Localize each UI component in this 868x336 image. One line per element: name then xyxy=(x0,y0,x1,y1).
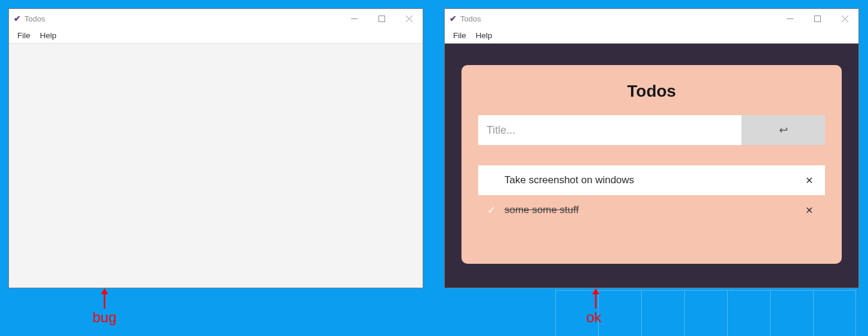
app-window-bug: ✔ Todos File Help xyxy=(8,8,423,288)
close-button[interactable] xyxy=(831,9,858,28)
svg-marker-11 xyxy=(592,288,599,294)
client-area-blank xyxy=(9,44,423,288)
svg-rect-5 xyxy=(814,16,820,21)
minimize-button[interactable] xyxy=(340,9,368,28)
maximize-button[interactable] xyxy=(804,9,831,28)
todo-list: Take screenshot on windows ✕ ✓ some some… xyxy=(478,165,825,225)
app-icon: ✔ xyxy=(450,14,457,23)
todo-text: Take screenshot on windows xyxy=(504,174,802,186)
card-heading: Todos xyxy=(478,82,825,101)
window-title: Todos xyxy=(24,14,45,23)
add-todo-row: ↩ xyxy=(478,115,825,145)
titlebar[interactable]: ✔ Todos xyxy=(445,9,858,28)
title-input[interactable] xyxy=(478,115,741,145)
menubar: File Help xyxy=(445,28,858,44)
arrow-icon xyxy=(590,288,602,310)
titlebar[interactable]: ✔ Todos xyxy=(9,9,423,28)
app-window-ok: ✔ Todos File Help Todos ↩ xyxy=(444,8,859,288)
enter-icon: ↩ xyxy=(779,124,788,137)
maximize-button[interactable] xyxy=(368,9,395,28)
svg-rect-1 xyxy=(378,16,384,21)
menu-file[interactable]: File xyxy=(448,31,471,40)
delete-button[interactable]: ✕ xyxy=(802,205,817,216)
todo-text: some some stuff xyxy=(504,204,802,216)
taskbar-region xyxy=(555,290,866,336)
todo-item[interactable]: Take screenshot on windows ✕ xyxy=(478,165,825,195)
menu-file[interactable]: File xyxy=(13,31,35,40)
todo-item[interactable]: ✓ some some stuff ✕ xyxy=(478,195,825,225)
close-button[interactable] xyxy=(395,9,423,28)
minimize-button[interactable] xyxy=(776,9,804,28)
todos-card: Todos ↩ Take screenshot on windows ✕ ✓ s… xyxy=(461,65,842,264)
check-icon[interactable]: ✓ xyxy=(484,204,498,217)
add-button[interactable]: ↩ xyxy=(741,115,825,145)
menu-help[interactable]: Help xyxy=(35,31,61,40)
svg-marker-9 xyxy=(101,288,108,294)
annotation-ok: ok xyxy=(586,309,601,326)
annotation-bug: bug xyxy=(93,309,116,326)
app-icon: ✔ xyxy=(14,14,21,23)
delete-button[interactable]: ✕ xyxy=(802,175,817,186)
client-area: Todos ↩ Take screenshot on windows ✕ ✓ s… xyxy=(445,44,858,288)
menu-help[interactable]: Help xyxy=(471,31,497,40)
menubar: File Help xyxy=(9,28,423,44)
window-title: Todos xyxy=(460,14,481,23)
arrow-icon xyxy=(99,288,110,310)
